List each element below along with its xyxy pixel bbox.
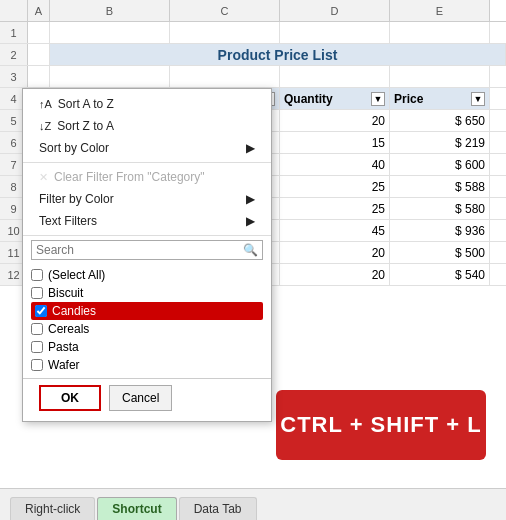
row-num-3: 3 (0, 66, 28, 87)
search-box[interactable]: 🔍 (31, 240, 263, 260)
tab-right-click[interactable]: Right-click (10, 497, 95, 520)
cb-wafer-label: Wafer (48, 358, 80, 372)
quantity-header: Quantity ▼ (280, 88, 390, 109)
cell-c3 (170, 66, 280, 87)
sort-color-item[interactable]: Sort by Color ▶ (23, 137, 271, 159)
tab-data-tab[interactable]: Data Tab (179, 497, 257, 520)
text-filters-item[interactable]: Text Filters ▶ (23, 210, 271, 232)
cell-c1 (170, 22, 280, 43)
row-num-1: 1 (0, 22, 28, 43)
price-header: Price ▼ (390, 88, 490, 109)
shortcut-overlay: CTRL + SHIFT + L (276, 390, 486, 460)
cell-a3 (28, 66, 50, 87)
sort-za-icon: ↓Z (39, 120, 51, 132)
cell-b1 (50, 22, 170, 43)
sort-za-item[interactable]: ↓Z Sort Z to A (23, 115, 271, 137)
cb-pasta-input[interactable] (31, 341, 43, 353)
cell-a1 (28, 22, 50, 43)
cancel-button[interactable]: Cancel (109, 385, 172, 411)
cb-select-all-input[interactable] (31, 269, 43, 281)
col-header-b: B (50, 0, 170, 21)
cb-wafer-input[interactable] (31, 359, 43, 371)
cb-pasta[interactable]: Pasta (31, 338, 263, 356)
cb-select-all[interactable]: (Select All) (31, 266, 263, 284)
cell-e1 (390, 22, 490, 43)
col-header-c: C (170, 0, 280, 21)
sort-az-item[interactable]: ↑A Sort A to Z (23, 93, 271, 115)
ok-button[interactable]: OK (39, 385, 101, 411)
sort-za-label: Sort Z to A (57, 119, 114, 133)
tab-right-click-label: Right-click (25, 502, 80, 516)
text-filters-arrow: ▶ (246, 214, 255, 228)
column-headers: A B C D E (0, 0, 506, 22)
corner-cell (0, 0, 28, 21)
sort-az-label: Sort A to Z (58, 97, 114, 111)
row-2: 2 Product Price List (0, 44, 506, 66)
dialog-buttons: OK Cancel (23, 378, 271, 417)
checkbox-list: (Select All) Biscuit Candies Cereals Pas… (23, 264, 271, 374)
tab-shortcut[interactable]: Shortcut (97, 497, 176, 520)
clear-filter-item: ✕ Clear Filter From "Category" (23, 166, 271, 188)
clear-filter-icon: ✕ (39, 171, 48, 184)
filter-color-item[interactable]: Filter by Color ▶ (23, 188, 271, 210)
cb-biscuit[interactable]: Biscuit (31, 284, 263, 302)
cb-candies[interactable]: Candies (31, 302, 263, 320)
shortcut-text: CTRL + SHIFT + L (280, 412, 481, 438)
row-num-2: 2 (0, 44, 28, 65)
row-1: 1 (0, 22, 506, 44)
tab-shortcut-label: Shortcut (112, 502, 161, 516)
sort-color-arrow: ▶ (246, 141, 255, 155)
cb-cereals-label: Cereals (48, 322, 89, 336)
cb-wafer[interactable]: Wafer (31, 356, 263, 374)
text-filters-label: Text Filters (39, 214, 97, 228)
filter-dropdown: ↑A Sort A to Z ↓Z Sort Z to A Sort by Co… (22, 88, 272, 422)
filter-color-arrow: ▶ (246, 192, 255, 206)
cell-a2 (28, 44, 50, 65)
title-cell: Product Price List (50, 44, 506, 65)
tab-bar: Right-click Shortcut Data Tab (0, 488, 506, 520)
row-3: 3 (0, 66, 506, 88)
cell-d1 (280, 22, 390, 43)
cb-cereals-input[interactable] (31, 323, 43, 335)
sort-az-icon: ↑A (39, 98, 52, 110)
cell-b3 (50, 66, 170, 87)
quantity-label: Quantity (284, 92, 333, 106)
clear-filter-label: Clear Filter From "Category" (54, 170, 205, 184)
filter-color-label: Filter by Color (39, 192, 114, 206)
search-icon: 🔍 (243, 243, 258, 257)
cb-cereals[interactable]: Cereals (31, 320, 263, 338)
price-filter-btn[interactable]: ▼ (471, 92, 485, 106)
cb-candies-input[interactable] (35, 305, 47, 317)
cb-candies-label: Candies (52, 304, 96, 318)
sort-color-label: Sort by Color (39, 141, 109, 155)
quantity-filter-btn[interactable]: ▼ (371, 92, 385, 106)
search-input[interactable] (36, 243, 243, 257)
divider-2 (23, 235, 271, 236)
cb-select-all-label: (Select All) (48, 268, 105, 282)
col-header-d: D (280, 0, 390, 21)
tab-data-tab-label: Data Tab (194, 502, 242, 516)
col-header-e: E (390, 0, 490, 21)
cb-pasta-label: Pasta (48, 340, 79, 354)
price-label: Price (394, 92, 423, 106)
cb-biscuit-input[interactable] (31, 287, 43, 299)
cell-d3 (280, 66, 390, 87)
cell-e3 (390, 66, 490, 87)
divider-1 (23, 162, 271, 163)
col-header-a: A (28, 0, 50, 21)
cb-biscuit-label: Biscuit (48, 286, 83, 300)
